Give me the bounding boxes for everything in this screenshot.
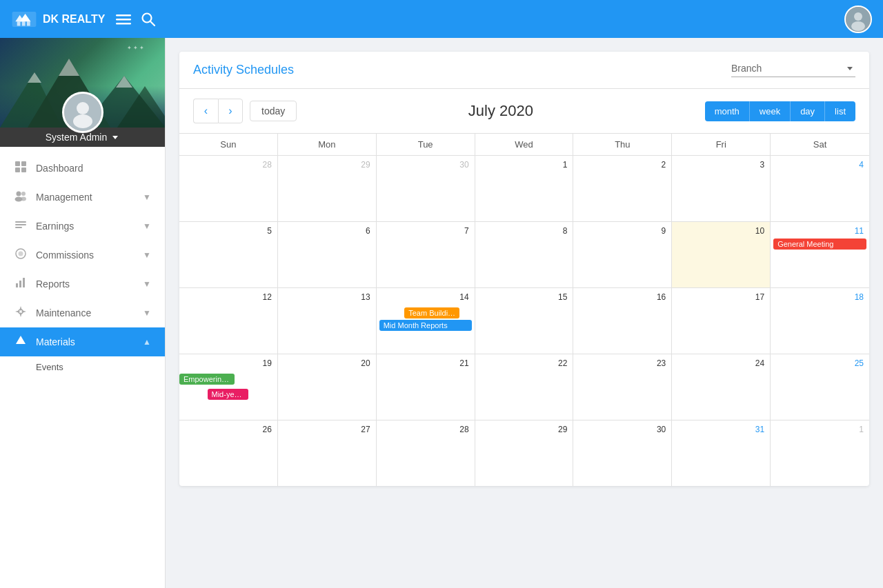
sidebar-item-reports[interactable]: Reports ▼: [0, 270, 165, 298]
cal-cell-jul7[interactable]: 7: [377, 222, 475, 287]
cal-cell-jul24[interactable]: 24: [672, 354, 771, 420]
cal-cell-jul19[interactable]: 19 Empowering agent in the middle of pan…: [179, 354, 278, 420]
cal-cell-jul14[interactable]: 14 Team Building Mid Month Reports: [377, 288, 475, 354]
event-mid-month-reports[interactable]: Mid Month Reports: [379, 320, 472, 331]
day-header-thu: Thu: [573, 134, 672, 155]
date-jul12: 12: [182, 291, 275, 303]
today-button[interactable]: today: [250, 101, 297, 121]
cal-cell-jul21[interactable]: 21: [377, 354, 475, 420]
sidebar-subitem-events[interactable]: Events: [0, 356, 165, 378]
branch-dropdown-icon: [844, 63, 855, 74]
date-jul16: 16: [576, 291, 668, 303]
cal-cell-jul30[interactable]: 30: [573, 420, 672, 486]
calendar-week-2: 5 6 7 8 9 10 11 General Meeting: [179, 222, 869, 288]
view-day-button[interactable]: day: [791, 101, 825, 121]
event-team-building[interactable]: Team Building: [404, 307, 459, 318]
cal-cell-jul16[interactable]: 16: [573, 288, 672, 354]
menu-icon[interactable]: [116, 12, 131, 27]
svg-rect-34: [15, 224, 26, 225]
branch-select[interactable]: Branch: [731, 63, 855, 77]
cal-cell-jun28[interactable]: 28: [179, 156, 278, 221]
cal-cell-jul13[interactable]: 13: [278, 288, 377, 354]
date-jul29: 29: [478, 423, 571, 436]
svg-rect-39: [19, 281, 21, 287]
prev-button[interactable]: ‹: [193, 99, 218, 123]
top-navbar: DK REALTY: [0, 0, 883, 38]
search-icon[interactable]: [141, 12, 156, 27]
cal-cell-jul10[interactable]: 10: [672, 222, 771, 287]
svg-rect-7: [116, 19, 131, 21]
calendar-header: Activity Schedules Branch: [179, 52, 869, 89]
cal-cell-jul6[interactable]: 6: [278, 222, 377, 287]
calendar-nav-group: ‹ ›: [193, 99, 243, 123]
username-label: System Admin: [46, 132, 107, 143]
commissions-label: Commissions: [36, 250, 135, 261]
date-jul7: 7: [379, 225, 472, 237]
jul14-events: Team Building Mid Month Reports: [379, 305, 472, 331]
calendar-week-1: 28 29 30 1 2 3 4: [179, 156, 869, 222]
cal-cell-jul15[interactable]: 15: [475, 288, 574, 354]
cal-cell-jul4[interactable]: 4: [771, 156, 869, 221]
date-jul2: 2: [576, 159, 668, 171]
date-jul31: 31: [675, 423, 767, 436]
calendar-week-4: 19 Empowering agent in the middle of pan…: [179, 354, 869, 420]
cal-cell-jul18[interactable]: 18: [771, 288, 869, 354]
calendar-week-3: 12 13 14 Team Building Mid Month Reports…: [179, 288, 869, 354]
svg-point-29: [17, 192, 21, 196]
day-header-fri: Fri: [672, 134, 771, 155]
cal-cell-jul8[interactable]: 8: [475, 222, 574, 287]
cal-cell-jul17[interactable]: 17: [672, 288, 771, 354]
sidebar-item-management[interactable]: Management ▼: [0, 183, 165, 212]
sidebar-item-materials[interactable]: Materials ▲: [0, 327, 165, 356]
cal-cell-jul23[interactable]: 23: [573, 354, 672, 420]
cal-cell-jul31[interactable]: 31: [672, 420, 771, 486]
svg-point-22: [77, 102, 89, 114]
cal-cell-jul2[interactable]: 2: [573, 156, 672, 221]
cal-cell-jul27[interactable]: 27: [278, 420, 377, 486]
cal-cell-jul20[interactable]: 20: [278, 354, 377, 420]
svg-rect-40: [23, 278, 25, 287]
svg-marker-19: [59, 59, 79, 76]
cal-cell-jul22[interactable]: 22: [475, 354, 574, 420]
svg-rect-26: [21, 161, 26, 166]
cal-cell-jul29[interactable]: 29: [475, 420, 574, 486]
calendar-toolbar: ‹ › today July 2020 month week day list: [179, 89, 869, 133]
cal-cell-jul12[interactable]: 12: [179, 288, 278, 354]
view-week-button[interactable]: week: [750, 101, 791, 121]
date-jul9: 9: [576, 225, 668, 237]
svg-marker-42: [16, 336, 26, 344]
user-avatar[interactable]: [844, 6, 872, 33]
date-jul14: 14: [379, 291, 472, 303]
cal-cell-jul26[interactable]: 26: [179, 420, 278, 486]
cal-cell-jul3[interactable]: 3: [672, 156, 771, 221]
view-list-button[interactable]: list: [825, 101, 855, 121]
cal-cell-jun29[interactable]: 29: [278, 156, 377, 221]
cal-cell-jul1[interactable]: 1: [475, 156, 574, 221]
event-general-meeting[interactable]: General Meeting: [773, 239, 866, 250]
calendar-card: Activity Schedules Branch ‹ › today July…: [179, 52, 869, 486]
view-month-button[interactable]: month: [705, 101, 750, 121]
date-jul18: 18: [773, 291, 866, 303]
event-empowering-agent[interactable]: Empowering agent in the middle of pandem…: [179, 374, 235, 385]
cal-cell-jul5[interactable]: 5: [179, 222, 278, 287]
event-mid-year-assembly[interactable]: Mid-year Assembly @ Davao Convention Cen…: [208, 389, 249, 400]
sidebar-item-commissions[interactable]: Commissions ▼: [0, 241, 165, 270]
brand-logo[interactable]: DK REALTY: [11, 8, 105, 30]
date-jul15: 15: [478, 291, 571, 303]
date-jul20: 20: [281, 357, 373, 369]
sidebar-item-dashboard[interactable]: Dashboard: [0, 154, 165, 183]
date-jul17: 17: [675, 291, 767, 303]
sidebar-item-maintenance[interactable]: Maintenance ▼: [0, 298, 165, 327]
sidebar-profile: ✦ ✦ ✦ System Admin: [0, 38, 165, 148]
next-button[interactable]: ›: [218, 99, 243, 123]
cal-cell-jul28[interactable]: 28: [377, 420, 475, 486]
cal-cell-aug1[interactable]: 1: [771, 420, 869, 486]
sidebar-item-earnings[interactable]: Earnings ▼: [0, 212, 165, 241]
calendar-days-header: Sun Mon Tue Wed Thu Fri Sat: [179, 134, 869, 156]
cal-cell-jul25[interactable]: 25: [771, 354, 869, 420]
cal-cell-jul9[interactable]: 9: [573, 222, 672, 287]
cal-cell-jul11[interactable]: 11 General Meeting: [771, 222, 869, 287]
cal-cell-jun30[interactable]: 30: [377, 156, 475, 221]
day-header-sat: Sat: [771, 134, 869, 155]
date-jul30: 30: [576, 423, 668, 436]
